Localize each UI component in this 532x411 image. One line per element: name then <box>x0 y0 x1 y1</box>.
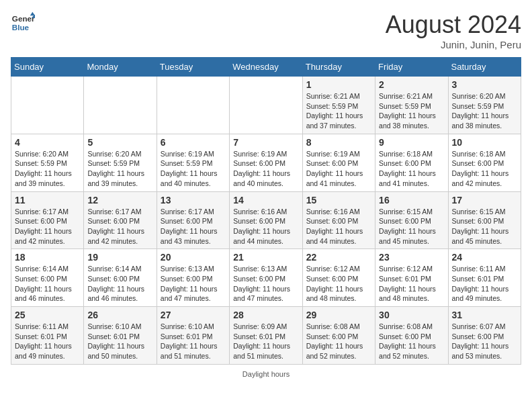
day-info: Sunrise: 6:20 AM Sunset: 5:59 PM Dayligh… <box>452 91 517 131</box>
day-number: 30 <box>379 310 444 320</box>
day-header-thursday: Thursday <box>302 58 375 77</box>
day-cell: 16Sunrise: 6:15 AM Sunset: 6:00 PM Dayli… <box>375 191 448 249</box>
day-cell: 1Sunrise: 6:21 AM Sunset: 5:59 PM Daylig… <box>302 77 375 134</box>
day-cell: 8Sunrise: 6:19 AM Sunset: 6:00 PM Daylig… <box>302 134 375 191</box>
day-cell: 6Sunrise: 6:19 AM Sunset: 5:59 PM Daylig… <box>157 134 229 191</box>
day-cell: 19Sunrise: 6:14 AM Sunset: 6:00 PM Dayli… <box>84 249 157 307</box>
day-cell: 14Sunrise: 6:16 AM Sunset: 6:00 PM Dayli… <box>230 191 302 249</box>
day-cell: 10Sunrise: 6:18 AM Sunset: 6:00 PM Dayli… <box>448 134 521 191</box>
logo-icon: General Blue <box>11 11 35 35</box>
week-row-0: 1Sunrise: 6:21 AM Sunset: 5:59 PM Daylig… <box>11 77 521 134</box>
day-info: Sunrise: 6:19 AM Sunset: 6:00 PM Dayligh… <box>233 149 298 189</box>
day-cell: 3Sunrise: 6:20 AM Sunset: 5:59 PM Daylig… <box>448 77 521 134</box>
day-cell: 25Sunrise: 6:11 AM Sunset: 6:01 PM Dayli… <box>11 307 84 365</box>
day-info: Sunrise: 6:21 AM Sunset: 5:59 PM Dayligh… <box>306 91 371 131</box>
day-number: 3 <box>452 79 517 90</box>
day-cell: 18Sunrise: 6:14 AM Sunset: 6:00 PM Dayli… <box>11 249 84 307</box>
day-cell <box>157 77 229 134</box>
day-cell: 11Sunrise: 6:17 AM Sunset: 6:00 PM Dayli… <box>11 191 84 249</box>
day-info: Sunrise: 6:12 AM Sunset: 6:01 PM Dayligh… <box>379 264 444 304</box>
day-number: 12 <box>87 195 152 205</box>
day-cell: 12Sunrise: 6:17 AM Sunset: 6:00 PM Dayli… <box>84 191 157 249</box>
day-number: 22 <box>306 252 371 263</box>
day-cell: 13Sunrise: 6:17 AM Sunset: 6:00 PM Dayli… <box>157 191 229 249</box>
day-info: Sunrise: 6:17 AM Sunset: 6:00 PM Dayligh… <box>161 207 226 246</box>
day-info: Sunrise: 6:18 AM Sunset: 6:00 PM Dayligh… <box>379 149 444 189</box>
day-number: 14 <box>233 195 298 205</box>
day-header-wednesday: Wednesday <box>230 58 302 77</box>
day-cell: 5Sunrise: 6:20 AM Sunset: 5:59 PM Daylig… <box>84 134 157 191</box>
day-cell: 4Sunrise: 6:20 AM Sunset: 5:59 PM Daylig… <box>11 134 84 191</box>
month-title: August 2024 <box>386 11 521 39</box>
day-number: 31 <box>452 310 517 320</box>
day-cell: 26Sunrise: 6:10 AM Sunset: 6:01 PM Dayli… <box>84 307 157 365</box>
day-info: Sunrise: 6:14 AM Sunset: 6:00 PM Dayligh… <box>15 264 80 304</box>
day-cell: 15Sunrise: 6:16 AM Sunset: 6:00 PM Dayli… <box>302 191 375 249</box>
day-info: Sunrise: 6:19 AM Sunset: 5:59 PM Dayligh… <box>161 149 226 189</box>
day-number: 9 <box>379 137 444 148</box>
day-cell: 30Sunrise: 6:08 AM Sunset: 6:00 PM Dayli… <box>375 307 448 365</box>
footer-label: Daylight hours <box>11 370 521 378</box>
location: Junin, Junin, Peru <box>386 39 521 50</box>
svg-text:Blue: Blue <box>12 23 30 32</box>
day-info: Sunrise: 6:18 AM Sunset: 6:00 PM Dayligh… <box>452 149 517 189</box>
day-cell: 24Sunrise: 6:11 AM Sunset: 6:01 PM Dayli… <box>448 249 521 307</box>
days-header-row: SundayMondayTuesdayWednesdayThursdayFrid… <box>11 58 521 77</box>
week-row-1: 4Sunrise: 6:20 AM Sunset: 5:59 PM Daylig… <box>11 134 521 191</box>
day-number: 25 <box>15 310 80 320</box>
day-number: 13 <box>161 195 226 205</box>
day-info: Sunrise: 6:15 AM Sunset: 6:00 PM Dayligh… <box>379 207 444 246</box>
day-number: 6 <box>161 137 226 148</box>
day-cell: 23Sunrise: 6:12 AM Sunset: 6:01 PM Dayli… <box>375 249 448 307</box>
page-header: General Blue August 2024 Junin, Junin, P… <box>11 11 521 50</box>
day-info: Sunrise: 6:14 AM Sunset: 6:00 PM Dayligh… <box>87 264 152 304</box>
day-info: Sunrise: 6:20 AM Sunset: 5:59 PM Dayligh… <box>15 149 80 189</box>
day-number: 11 <box>15 195 80 205</box>
day-header-monday: Monday <box>84 58 157 77</box>
day-cell: 9Sunrise: 6:18 AM Sunset: 6:00 PM Daylig… <box>375 134 448 191</box>
day-cell: 28Sunrise: 6:09 AM Sunset: 6:01 PM Dayli… <box>230 307 302 365</box>
title-block: August 2024 Junin, Junin, Peru <box>386 11 521 50</box>
day-info: Sunrise: 6:17 AM Sunset: 6:00 PM Dayligh… <box>15 207 80 246</box>
day-header-friday: Friday <box>375 58 448 77</box>
day-cell <box>230 77 302 134</box>
day-number: 17 <box>452 195 517 205</box>
day-info: Sunrise: 6:07 AM Sunset: 6:00 PM Dayligh… <box>452 322 517 361</box>
day-info: Sunrise: 6:21 AM Sunset: 5:59 PM Dayligh… <box>379 91 444 131</box>
day-info: Sunrise: 6:16 AM Sunset: 6:00 PM Dayligh… <box>233 207 298 246</box>
day-info: Sunrise: 6:10 AM Sunset: 6:01 PM Dayligh… <box>87 322 152 361</box>
day-cell: 17Sunrise: 6:15 AM Sunset: 6:00 PM Dayli… <box>448 191 521 249</box>
day-cell: 31Sunrise: 6:07 AM Sunset: 6:00 PM Dayli… <box>448 307 521 365</box>
day-number: 5 <box>87 137 152 148</box>
calendar-table: SundayMondayTuesdayWednesdayThursdayFrid… <box>11 57 521 365</box>
day-number: 2 <box>379 79 444 90</box>
day-cell: 27Sunrise: 6:10 AM Sunset: 6:01 PM Dayli… <box>157 307 229 365</box>
day-number: 29 <box>306 310 371 320</box>
day-cell <box>84 77 157 134</box>
day-header-sunday: Sunday <box>11 58 84 77</box>
day-number: 23 <box>379 252 444 263</box>
logo: General Blue <box>11 11 35 35</box>
day-number: 20 <box>161 252 226 263</box>
day-cell <box>11 77 84 134</box>
day-cell: 7Sunrise: 6:19 AM Sunset: 6:00 PM Daylig… <box>230 134 302 191</box>
day-number: 21 <box>233 252 298 263</box>
day-info: Sunrise: 6:08 AM Sunset: 6:00 PM Dayligh… <box>379 322 444 361</box>
week-row-3: 18Sunrise: 6:14 AM Sunset: 6:00 PM Dayli… <box>11 249 521 307</box>
day-cell: 29Sunrise: 6:08 AM Sunset: 6:00 PM Dayli… <box>302 307 375 365</box>
day-cell: 21Sunrise: 6:13 AM Sunset: 6:00 PM Dayli… <box>230 249 302 307</box>
day-cell: 22Sunrise: 6:12 AM Sunset: 6:00 PM Dayli… <box>302 249 375 307</box>
day-info: Sunrise: 6:15 AM Sunset: 6:00 PM Dayligh… <box>452 207 517 246</box>
week-row-4: 25Sunrise: 6:11 AM Sunset: 6:01 PM Dayli… <box>11 307 521 365</box>
day-info: Sunrise: 6:09 AM Sunset: 6:01 PM Dayligh… <box>233 322 298 361</box>
day-number: 24 <box>452 252 517 263</box>
day-number: 28 <box>233 310 298 320</box>
day-info: Sunrise: 6:12 AM Sunset: 6:00 PM Dayligh… <box>306 264 371 304</box>
week-row-2: 11Sunrise: 6:17 AM Sunset: 6:00 PM Dayli… <box>11 191 521 249</box>
day-number: 27 <box>161 310 226 320</box>
day-info: Sunrise: 6:11 AM Sunset: 6:01 PM Dayligh… <box>452 264 517 304</box>
day-cell: 2Sunrise: 6:21 AM Sunset: 5:59 PM Daylig… <box>375 77 448 134</box>
day-info: Sunrise: 6:20 AM Sunset: 5:59 PM Dayligh… <box>87 149 152 189</box>
day-number: 7 <box>233 137 298 148</box>
day-header-saturday: Saturday <box>448 58 521 77</box>
